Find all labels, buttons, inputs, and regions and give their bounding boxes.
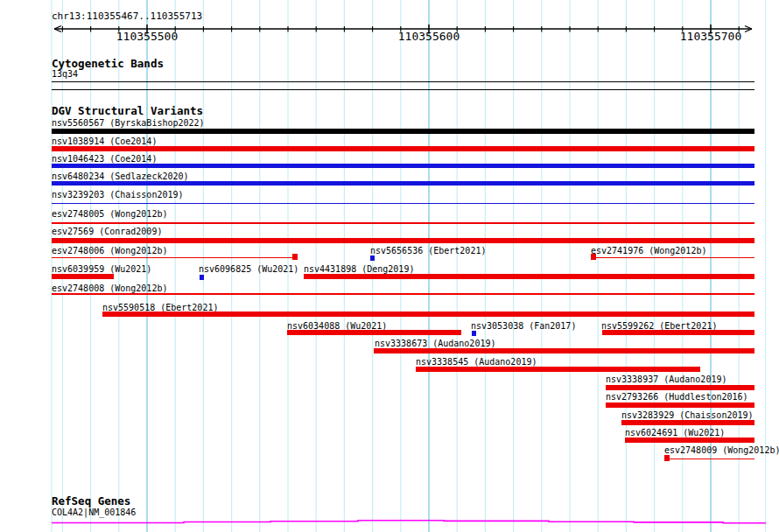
gene-line[interactable]: [0, 0, 779, 532]
genome-browser-view: chr13:110355467..110355713 1103555001103…: [0, 0, 779, 532]
gene-structure-line[interactable]: [52, 521, 766, 523]
